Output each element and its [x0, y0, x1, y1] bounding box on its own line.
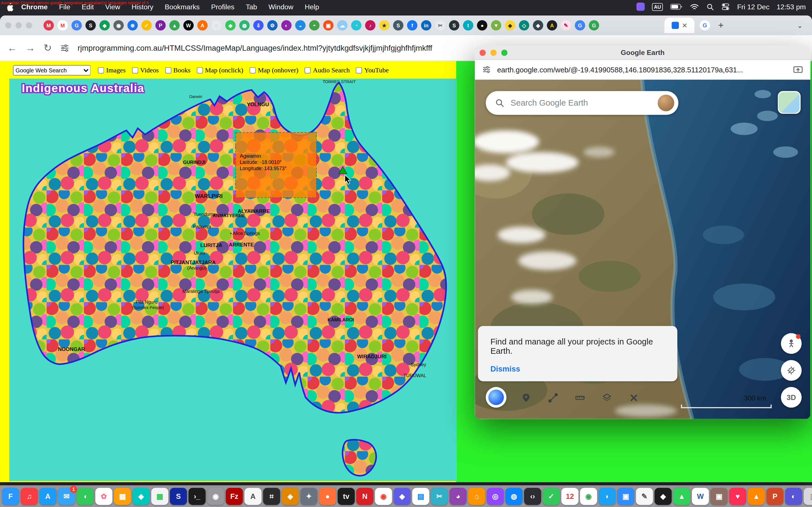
location-pin-icon[interactable] — [519, 391, 533, 405]
ruler-measure-icon[interactable] — [573, 391, 587, 405]
dock-calculator-icon[interactable]: ⌗ — [263, 488, 280, 505]
dock-app-icon[interactable]: ◉ — [207, 488, 224, 505]
menu-item-tab[interactable]: Tab — [246, 3, 257, 11]
tab-favicon[interactable]: ◔ — [351, 20, 361, 31]
tab-favicon[interactable]: ♪ — [365, 20, 375, 31]
menu-bar-date[interactable]: Fri 12 Dec — [737, 3, 769, 11]
dock-app-icon[interactable]: ◍ — [506, 488, 523, 505]
control-center-icon[interactable] — [721, 3, 730, 11]
australia-language-map-image[interactable] — [9, 78, 457, 481]
tab-favicon[interactable]: ◆ — [533, 20, 543, 31]
earth-site-settings-icon[interactable] — [482, 65, 491, 74]
dock-app-icon[interactable]: ◐ — [785, 488, 802, 505]
tab-favicon[interactable]: ☁ — [337, 20, 348, 31]
tab-favicon[interactable]: P — [155, 20, 166, 31]
dock-music-icon[interactable]: ♫ — [20, 488, 38, 505]
checkbox-youtube-box[interactable] — [356, 67, 362, 73]
menu-bar-time[interactable]: 12:53 pm — [777, 3, 806, 11]
tab-favicon[interactable]: G — [589, 20, 599, 31]
tab-favicon[interactable]: ▼ — [491, 20, 501, 31]
active-tab[interactable]: ✕ — [665, 17, 695, 33]
dock-terminal-icon[interactable]: ›_ — [189, 488, 206, 505]
earth-search-input[interactable] — [511, 98, 658, 108]
dock-finder-icon[interactable]: F — [2, 488, 19, 505]
tab-favicon[interactable]: W — [183, 20, 194, 31]
checkbox-map-onclick-[interactable]: Map (onclick) — [197, 66, 243, 74]
checkbox-videos[interactable]: Videos — [132, 66, 159, 74]
dock-photos-icon[interactable]: ✿ — [95, 488, 112, 505]
checkbox-map-onhover-[interactable]: Map (onhover) — [250, 66, 298, 74]
dock-app-icon[interactable]: S — [170, 488, 187, 505]
site-settings-icon[interactable] — [60, 43, 69, 52]
dock-books-icon[interactable]: ⌂ — [468, 488, 485, 505]
new-tab-button[interactable]: + — [714, 18, 728, 32]
dock-app-icon[interactable]: ✂ — [431, 488, 448, 505]
tab-favicon[interactable]: S — [449, 20, 459, 31]
tab-favicon[interactable]: ◌ — [211, 20, 221, 31]
dock-podcasts-icon[interactable]: ◎ — [487, 488, 504, 505]
dismiss-link[interactable]: Dismiss — [490, 364, 520, 373]
tab-favicon[interactable]: ✂ — [435, 20, 446, 31]
tab-favicon[interactable]: ◍ — [239, 20, 250, 31]
tab-favicon[interactable]: ▲ — [169, 20, 180, 31]
dock-powerpoint-icon[interactable]: P — [766, 488, 783, 505]
address-bar[interactable]: rjmprogramming.com.au/HTMLCSS/ImageMap/L… — [78, 43, 432, 52]
tab-favicon[interactable]: ⚙ — [267, 20, 278, 31]
forward-button[interactable]: → — [26, 42, 35, 54]
layers-icon[interactable] — [600, 391, 614, 405]
checkbox-map-onclick--box[interactable] — [197, 67, 203, 73]
tab-favicon[interactable]: ◉ — [113, 20, 124, 31]
checkbox-youtube[interactable]: YouTube — [356, 66, 389, 74]
tab-favicon[interactable]: G — [71, 20, 82, 31]
tab-favicon[interactable]: ▣ — [323, 20, 334, 31]
tab-favicon[interactable]: A — [197, 20, 208, 31]
search-provider-select[interactable]: Google Web Search — [13, 65, 91, 75]
dock-launchpad-icon[interactable]: ▦ — [151, 488, 168, 505]
dock-app-icon[interactable]: ▤ — [412, 488, 429, 505]
tab-favicon[interactable]: M — [57, 20, 68, 31]
menu-item-window[interactable]: Window — [268, 3, 293, 11]
overview-map-button[interactable] — [778, 91, 801, 114]
window-minimize-button[interactable] — [15, 22, 22, 29]
tab-favicon[interactable]: A — [547, 20, 557, 31]
menu-item-help[interactable]: Help — [305, 3, 319, 11]
dock-app-icon[interactable]: ▦ — [114, 488, 131, 505]
tab-favicon[interactable]: M — [43, 20, 54, 31]
dock-vlc-icon[interactable]: ▲ — [748, 488, 765, 505]
dock-app-icon[interactable]: ✦ — [300, 488, 317, 505]
dock-vscode-icon[interactable]: ‹› — [524, 488, 541, 505]
tab-favicon[interactable]: G — [575, 20, 585, 31]
dock-filezilla-icon[interactable]: Fz — [226, 488, 243, 505]
dock-chrome-icon[interactable]: ◉ — [580, 488, 597, 505]
checkbox-images[interactable]: Images — [98, 66, 125, 74]
dock-app-icon[interactable]: ✎ — [636, 488, 653, 505]
tab-favicon[interactable]: ◐ — [281, 20, 292, 31]
checkbox-books[interactable]: Books — [165, 66, 190, 74]
account-avatar[interactable] — [658, 95, 674, 111]
tab-favicon[interactable]: ✓ — [141, 20, 152, 31]
earth-address-bar[interactable]: earth.google.com/web/@-19.41990588,146.1… — [497, 65, 786, 73]
dock-app-icon[interactable]: ◆ — [133, 488, 150, 505]
dock-app-store-icon[interactable]: A — [40, 488, 57, 505]
dock-app-icon[interactable]: ✓ — [543, 488, 560, 505]
3d-view-button[interactable]: 3D — [781, 387, 802, 407]
earth-logo-button[interactable] — [486, 387, 506, 407]
compass-gps-button[interactable] — [781, 360, 802, 381]
dock-netflix-icon[interactable]: N — [356, 488, 373, 505]
earth-viewport[interactable]: Find and manage all your projects in Goo… — [475, 80, 810, 419]
tab-favicon[interactable]: in — [421, 20, 432, 31]
pegman-streetview-button[interactable] — [781, 333, 802, 354]
menu-item-profiles[interactable]: Profiles — [211, 3, 235, 11]
tab-search-chevron-icon[interactable]: ⌄ — [793, 21, 807, 29]
dock-app-icon[interactable]: ◗ — [599, 488, 616, 505]
tab-favicon[interactable]: ◈ — [225, 20, 236, 31]
checkbox-videos-box[interactable] — [132, 67, 138, 73]
tab-favicon[interactable]: S — [86, 20, 96, 31]
window-close-button[interactable] — [5, 22, 11, 29]
dock-messages-icon[interactable]: ◖ — [77, 488, 94, 505]
send-to-device-icon[interactable] — [793, 65, 803, 74]
dock-calendar-icon[interactable]: 12 — [561, 488, 578, 505]
dock-app-icon[interactable]: W — [692, 488, 709, 505]
tools-icon[interactable] — [626, 391, 641, 405]
window-zoom-button[interactable] — [26, 22, 32, 29]
